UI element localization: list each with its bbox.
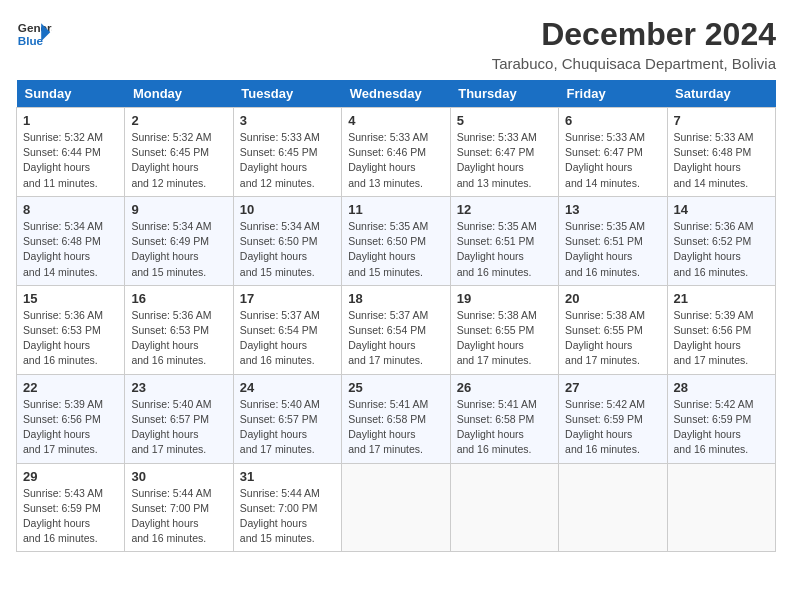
day-number: 2 [131, 113, 226, 128]
day-number: 5 [457, 113, 552, 128]
day-info: Sunrise: 5:33 AM Sunset: 6:47 PM Dayligh… [457, 130, 552, 191]
calendar-cell: 24 Sunrise: 5:40 AM Sunset: 6:57 PM Dayl… [233, 374, 341, 463]
day-info: Sunrise: 5:39 AM Sunset: 6:56 PM Dayligh… [23, 397, 118, 458]
calendar-cell: 26 Sunrise: 5:41 AM Sunset: 6:58 PM Dayl… [450, 374, 558, 463]
calendar-table: SundayMondayTuesdayWednesdayThursdayFrid… [16, 80, 776, 552]
day-number: 20 [565, 291, 660, 306]
day-info: Sunrise: 5:32 AM Sunset: 6:45 PM Dayligh… [131, 130, 226, 191]
calendar-cell: 1 Sunrise: 5:32 AM Sunset: 6:44 PM Dayli… [17, 108, 125, 197]
day-number: 22 [23, 380, 118, 395]
calendar-cell: 12 Sunrise: 5:35 AM Sunset: 6:51 PM Dayl… [450, 196, 558, 285]
day-number: 6 [565, 113, 660, 128]
calendar-cell: 21 Sunrise: 5:39 AM Sunset: 6:56 PM Dayl… [667, 285, 775, 374]
day-number: 26 [457, 380, 552, 395]
day-info: Sunrise: 5:34 AM Sunset: 6:48 PM Dayligh… [23, 219, 118, 280]
day-info: Sunrise: 5:36 AM Sunset: 6:53 PM Dayligh… [131, 308, 226, 369]
day-number: 14 [674, 202, 769, 217]
day-number: 13 [565, 202, 660, 217]
calendar-cell: 6 Sunrise: 5:33 AM Sunset: 6:47 PM Dayli… [559, 108, 667, 197]
day-info: Sunrise: 5:41 AM Sunset: 6:58 PM Dayligh… [348, 397, 443, 458]
day-info: Sunrise: 5:44 AM Sunset: 7:00 PM Dayligh… [240, 486, 335, 547]
day-info: Sunrise: 5:39 AM Sunset: 6:56 PM Dayligh… [674, 308, 769, 369]
weekday-header-thursday: Thursday [450, 80, 558, 108]
weekday-header-monday: Monday [125, 80, 233, 108]
day-info: Sunrise: 5:33 AM Sunset: 6:46 PM Dayligh… [348, 130, 443, 191]
day-number: 9 [131, 202, 226, 217]
day-number: 25 [348, 380, 443, 395]
calendar-cell: 2 Sunrise: 5:32 AM Sunset: 6:45 PM Dayli… [125, 108, 233, 197]
calendar-cell: 23 Sunrise: 5:40 AM Sunset: 6:57 PM Dayl… [125, 374, 233, 463]
calendar-cell: 31 Sunrise: 5:44 AM Sunset: 7:00 PM Dayl… [233, 463, 341, 552]
calendar-cell: 25 Sunrise: 5:41 AM Sunset: 6:58 PM Dayl… [342, 374, 450, 463]
calendar-cell: 28 Sunrise: 5:42 AM Sunset: 6:59 PM Dayl… [667, 374, 775, 463]
day-number: 30 [131, 469, 226, 484]
weekday-header-sunday: Sunday [17, 80, 125, 108]
day-info: Sunrise: 5:43 AM Sunset: 6:59 PM Dayligh… [23, 486, 118, 547]
week-row-4: 22 Sunrise: 5:39 AM Sunset: 6:56 PM Dayl… [17, 374, 776, 463]
weekday-header-saturday: Saturday [667, 80, 775, 108]
day-number: 8 [23, 202, 118, 217]
day-info: Sunrise: 5:36 AM Sunset: 6:53 PM Dayligh… [23, 308, 118, 369]
day-number: 19 [457, 291, 552, 306]
calendar-cell: 18 Sunrise: 5:37 AM Sunset: 6:54 PM Dayl… [342, 285, 450, 374]
day-number: 11 [348, 202, 443, 217]
day-number: 18 [348, 291, 443, 306]
day-info: Sunrise: 5:35 AM Sunset: 6:51 PM Dayligh… [565, 219, 660, 280]
day-info: Sunrise: 5:33 AM Sunset: 6:47 PM Dayligh… [565, 130, 660, 191]
week-row-5: 29 Sunrise: 5:43 AM Sunset: 6:59 PM Dayl… [17, 463, 776, 552]
calendar-cell: 5 Sunrise: 5:33 AM Sunset: 6:47 PM Dayli… [450, 108, 558, 197]
calendar-cell: 17 Sunrise: 5:37 AM Sunset: 6:54 PM Dayl… [233, 285, 341, 374]
logo: General Blue General Blue [16, 16, 52, 52]
day-info: Sunrise: 5:42 AM Sunset: 6:59 PM Dayligh… [565, 397, 660, 458]
logo-icon: General Blue [16, 16, 52, 52]
weekday-header-row: SundayMondayTuesdayWednesdayThursdayFrid… [17, 80, 776, 108]
day-info: Sunrise: 5:34 AM Sunset: 6:49 PM Dayligh… [131, 219, 226, 280]
day-number: 24 [240, 380, 335, 395]
week-row-2: 8 Sunrise: 5:34 AM Sunset: 6:48 PM Dayli… [17, 196, 776, 285]
calendar-cell [667, 463, 775, 552]
day-number: 4 [348, 113, 443, 128]
day-number: 17 [240, 291, 335, 306]
day-info: Sunrise: 5:38 AM Sunset: 6:55 PM Dayligh… [457, 308, 552, 369]
calendar-cell [342, 463, 450, 552]
day-number: 23 [131, 380, 226, 395]
day-number: 27 [565, 380, 660, 395]
month-title: December 2024 [492, 16, 776, 53]
calendar-cell: 27 Sunrise: 5:42 AM Sunset: 6:59 PM Dayl… [559, 374, 667, 463]
calendar-cell: 14 Sunrise: 5:36 AM Sunset: 6:52 PM Dayl… [667, 196, 775, 285]
day-info: Sunrise: 5:42 AM Sunset: 6:59 PM Dayligh… [674, 397, 769, 458]
day-info: Sunrise: 5:38 AM Sunset: 6:55 PM Dayligh… [565, 308, 660, 369]
day-info: Sunrise: 5:32 AM Sunset: 6:44 PM Dayligh… [23, 130, 118, 191]
day-info: Sunrise: 5:36 AM Sunset: 6:52 PM Dayligh… [674, 219, 769, 280]
day-info: Sunrise: 5:34 AM Sunset: 6:50 PM Dayligh… [240, 219, 335, 280]
day-number: 1 [23, 113, 118, 128]
weekday-header-friday: Friday [559, 80, 667, 108]
weekday-header-tuesday: Tuesday [233, 80, 341, 108]
day-info: Sunrise: 5:33 AM Sunset: 6:48 PM Dayligh… [674, 130, 769, 191]
day-info: Sunrise: 5:37 AM Sunset: 6:54 PM Dayligh… [348, 308, 443, 369]
calendar-cell: 20 Sunrise: 5:38 AM Sunset: 6:55 PM Dayl… [559, 285, 667, 374]
calendar-cell: 7 Sunrise: 5:33 AM Sunset: 6:48 PM Dayli… [667, 108, 775, 197]
weekday-header-wednesday: Wednesday [342, 80, 450, 108]
day-number: 28 [674, 380, 769, 395]
day-number: 15 [23, 291, 118, 306]
calendar-cell: 9 Sunrise: 5:34 AM Sunset: 6:49 PM Dayli… [125, 196, 233, 285]
day-info: Sunrise: 5:40 AM Sunset: 6:57 PM Dayligh… [131, 397, 226, 458]
calendar-cell: 16 Sunrise: 5:36 AM Sunset: 6:53 PM Dayl… [125, 285, 233, 374]
calendar-cell: 11 Sunrise: 5:35 AM Sunset: 6:50 PM Dayl… [342, 196, 450, 285]
day-info: Sunrise: 5:35 AM Sunset: 6:51 PM Dayligh… [457, 219, 552, 280]
day-info: Sunrise: 5:40 AM Sunset: 6:57 PM Dayligh… [240, 397, 335, 458]
day-number: 12 [457, 202, 552, 217]
location-title: Tarabuco, Chuquisaca Department, Bolivia [492, 55, 776, 72]
calendar-cell: 22 Sunrise: 5:39 AM Sunset: 6:56 PM Dayl… [17, 374, 125, 463]
day-info: Sunrise: 5:33 AM Sunset: 6:45 PM Dayligh… [240, 130, 335, 191]
day-number: 7 [674, 113, 769, 128]
day-info: Sunrise: 5:35 AM Sunset: 6:50 PM Dayligh… [348, 219, 443, 280]
calendar-cell: 30 Sunrise: 5:44 AM Sunset: 7:00 PM Dayl… [125, 463, 233, 552]
calendar-cell [559, 463, 667, 552]
title-block: December 2024 Tarabuco, Chuquisaca Depar… [492, 16, 776, 72]
day-number: 16 [131, 291, 226, 306]
day-number: 31 [240, 469, 335, 484]
calendar-cell: 8 Sunrise: 5:34 AM Sunset: 6:48 PM Dayli… [17, 196, 125, 285]
day-info: Sunrise: 5:37 AM Sunset: 6:54 PM Dayligh… [240, 308, 335, 369]
